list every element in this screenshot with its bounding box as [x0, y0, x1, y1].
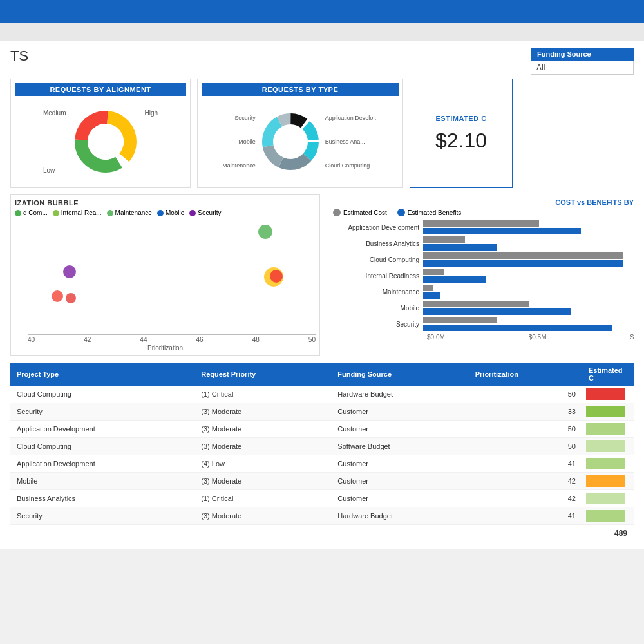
bar-cost-cloud [423, 252, 623, 259]
bubble-1 [63, 265, 76, 278]
bar-row-security: Security [333, 317, 634, 331]
alignment-donut: Medium Low High [15, 100, 186, 184]
bubble-5 [270, 270, 283, 283]
cell-prioritization: 41 [469, 455, 582, 473]
cell-prioritization: 41 [469, 507, 582, 525]
bubble-chart-title: IZATION BUBBLE [15, 199, 316, 207]
cell-color-bar [582, 421, 634, 438]
bar-row-maint: Maintenance [333, 285, 634, 299]
bar-chart-area: Application Development Business Analyti… [333, 220, 634, 331]
bar-group-mobile [423, 301, 634, 315]
type-donut-area: Security Mobile Maintenance Application [202, 100, 399, 184]
cell-priority: (1) Critical [194, 386, 331, 403]
legend-dot-cloudcomp [15, 210, 21, 216]
bar-group-busana [423, 236, 634, 251]
cell-project-type: Cloud Computing [10, 438, 194, 455]
th-prioritization: Prioritization [469, 363, 582, 386]
cell-funding-source: Hardware Budget [331, 507, 468, 525]
x-axis-title: Prioritization [15, 345, 316, 352]
table-row: Business Analytics (1) Critical Customer… [10, 490, 634, 507]
svg-point-3 [88, 124, 124, 160]
legend-label-internal: Internal Rea... [61, 209, 102, 216]
bar-row-mobile: Mobile [333, 301, 634, 315]
top-bar [0, 0, 644, 23]
bar-benefit-internal [423, 276, 486, 283]
table-row: Cloud Computing (3) Moderate Software Bu… [10, 438, 634, 455]
bar-benefit-cloud [423, 260, 623, 267]
bubble-chart-section: IZATION BUBBLE d Com... Internal Rea... … [10, 194, 320, 356]
table-footer-row: 489 [10, 525, 634, 542]
legend-item-maintenance: Maintenance [107, 209, 152, 216]
alignment-chart-title: REQUESTS BY ALIGNMENT [15, 83, 186, 96]
busana-donut-label: Business Ana... [325, 138, 378, 145]
cell-priority: (3) Moderate [194, 507, 331, 525]
bar-benefit-appdev [423, 228, 581, 234]
table-row: Cloud Computing (1) Critical Hardware Bu… [10, 386, 634, 403]
bar-cost-busana [423, 236, 465, 243]
cell-funding-source: Customer [331, 490, 468, 507]
bar-group-appdev [423, 220, 634, 234]
page-title: TS [10, 48, 28, 64]
estimated-cost-title: ESTIMATED C [435, 115, 486, 122]
bar-label-security: Security [333, 321, 423, 328]
type-chart-panel: REQUESTS BY TYPE Security Mobile Mainten… [197, 79, 403, 188]
bar-x-axis: $0.0M $0.5M $ [427, 334, 634, 341]
mobile-donut-label: Mobile [222, 138, 256, 145]
cell-priority: (1) Critical [194, 490, 331, 507]
bar-legend-benefit-label: Estimated Benefits [408, 209, 461, 216]
cell-priority: (3) Moderate [194, 421, 331, 438]
legend-item-internal: Internal Rea... [53, 209, 102, 216]
legend-dot-mobile [157, 210, 164, 216]
bar-row-appdev: Application Development [333, 220, 634, 234]
cell-funding-source: Customer [331, 403, 468, 421]
th-funding-source: Funding Source [331, 363, 468, 386]
appdev-donut-label: Application Develo... [325, 115, 378, 121]
legend-item-mobile: Mobile [157, 209, 184, 216]
x-label-42: 42 [84, 336, 91, 343]
main-content: TS Funding Source All REQUESTS BY ALIGNM… [0, 41, 644, 549]
bar-chart-section: COST vs BENEFITS BY Estimated Cost Estim… [320, 194, 634, 356]
cell-priority: (3) Moderate [194, 438, 331, 455]
bar-legend-cost: Estimated Cost [333, 209, 387, 216]
cell-funding-source: Customer [331, 473, 468, 490]
th-project-type: Project Type [10, 363, 194, 386]
bar-label-mobile: Mobile [333, 305, 423, 312]
legend-label-mobile: Mobile [166, 209, 184, 216]
cell-funding-source: Hardware Budget [331, 386, 468, 403]
bubble-plot-area [28, 219, 316, 335]
cell-prioritization: 50 [469, 421, 582, 438]
funding-source-dropdown[interactable]: All [531, 61, 634, 75]
bar-chart-title: COST vs BENEFITS BY [333, 198, 634, 206]
table-row: Application Development (4) Low Customer… [10, 455, 634, 473]
bar-cost-maint [423, 285, 433, 291]
cell-color-bar [582, 386, 634, 403]
bar-x-2: $ [630, 334, 634, 341]
bar-cost-mobile [423, 301, 529, 307]
th-estimated-cost: Estimated C [582, 363, 634, 386]
bar-legend-color-cost [333, 209, 341, 216]
cell-project-type: Security [10, 403, 194, 421]
x-label-50: 50 [308, 336, 316, 343]
alignment-donut-svg [70, 106, 141, 177]
cell-project-type: Cloud Computing [10, 386, 194, 403]
table-row: Security (3) Moderate Customer 33 [10, 403, 634, 421]
cell-color-bar [582, 455, 634, 473]
bar-benefit-security [423, 325, 612, 331]
bar-legend-color-benefit [397, 209, 405, 216]
cell-project-type: Security [10, 507, 194, 525]
table-row: Mobile (3) Moderate Customer 42 [10, 473, 634, 490]
bar-group-cloud [423, 252, 634, 267]
funding-source-label: Funding Source [531, 48, 634, 61]
cell-funding-source: Customer [331, 455, 468, 473]
table-row: Security (3) Moderate Hardware Budget 41 [10, 507, 634, 525]
x-label-44: 44 [140, 336, 147, 343]
cell-prioritization: 42 [469, 490, 582, 507]
table-footer-value: 489 [582, 525, 634, 542]
bar-row-internal: Internal Readiness [333, 269, 634, 283]
estimated-cost-panel: ESTIMATED C $2.10 [410, 79, 513, 188]
bar-cost-internal [423, 269, 444, 275]
cell-project-type: Application Development [10, 455, 194, 473]
cell-project-type: Application Development [10, 421, 194, 438]
cell-priority: (3) Moderate [194, 403, 331, 421]
bubble-0 [258, 225, 272, 239]
